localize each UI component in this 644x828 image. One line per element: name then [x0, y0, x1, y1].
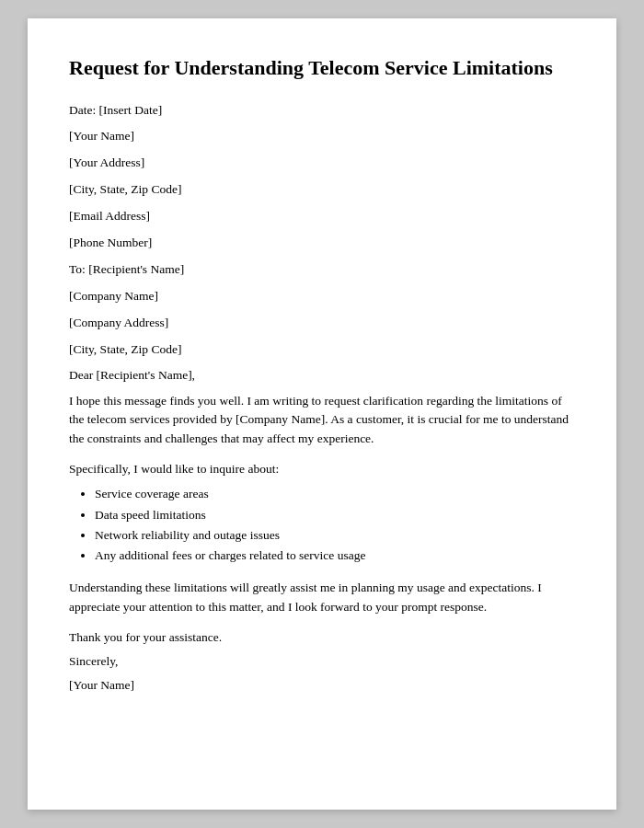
field-line: [Phone Number] — [69, 235, 575, 252]
field-line: To: [Recipient's Name] — [69, 261, 575, 279]
field-line: [City, State, Zip Code] — [69, 181, 575, 199]
bullet-item: Any additional fees or charges related t… — [95, 546, 575, 566]
bullet-item: Data speed limitations — [95, 505, 575, 525]
field-line: [Email Address] — [69, 208, 575, 225]
inquiry-label: Specifically, I would like to inquire ab… — [69, 462, 575, 477]
field-line: Date: [Insert Date] — [69, 102, 575, 120]
field-line: [Company Name] — [69, 288, 575, 305]
document-title: Request for Understanding Telecom Servic… — [69, 55, 575, 82]
bullet-list: Service coverage areasData speed limitat… — [69, 484, 575, 566]
thanks-line: Thank you for your assistance. — [69, 630, 575, 645]
intro-paragraph: I hope this message finds you well. I am… — [69, 392, 575, 450]
field-line: [Your Name] — [69, 128, 575, 145]
sign-name-line: [Your Name] — [69, 678, 575, 693]
field-line: [City, State, Zip Code] — [69, 341, 575, 359]
salutation: Dear [Recipient's Name], — [69, 368, 575, 383]
sincerely-line: Sincerely, — [69, 654, 575, 669]
field-line: [Company Address] — [69, 315, 575, 332]
fields-section: Date: [Insert Date][Your Name][Your Addr… — [69, 102, 575, 359]
document-container: Request for Understanding Telecom Servic… — [28, 18, 616, 810]
bullet-item: Service coverage areas — [95, 484, 575, 504]
field-line: [Your Address] — [69, 155, 575, 172]
closing-body-paragraph: Understanding these limitations will gre… — [69, 579, 575, 617]
bullet-item: Network reliability and outage issues — [95, 525, 575, 546]
